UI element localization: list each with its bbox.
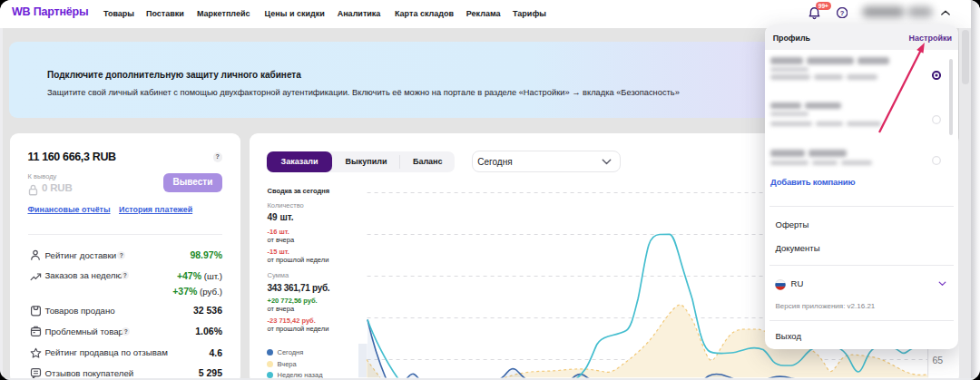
svg-text:65: 65 xyxy=(933,355,944,365)
